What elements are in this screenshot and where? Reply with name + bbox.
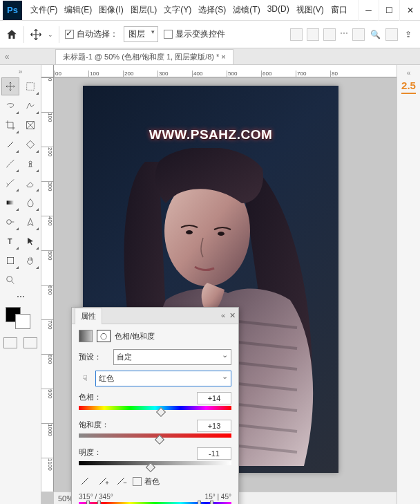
blur-tool[interactable] [21, 194, 39, 212]
workspace-icon[interactable] [385, 28, 398, 41]
svg-point-6 [7, 220, 12, 225]
minimize-button[interactable]: ─ [358, 0, 379, 21]
mask-thumb-icon: ◯ [97, 330, 111, 342]
panel-header[interactable]: 属性 « ✕ [72, 308, 238, 324]
lasso-tool[interactable] [1, 97, 19, 115]
brush-tool[interactable] [1, 155, 19, 173]
menu-view[interactable]: 视图(V) [294, 1, 327, 19]
menu-image[interactable]: 图像(I) [96, 1, 126, 19]
menu-window[interactable]: 窗口 [328, 1, 350, 19]
panel-collapse-icon[interactable]: « [221, 311, 225, 320]
align-3-icon[interactable] [323, 28, 336, 41]
right-value[interactable]: 2.5 [401, 80, 416, 94]
colorize-checkbox[interactable] [133, 477, 142, 486]
background-swatch[interactable] [15, 314, 30, 329]
3d-mode-icon[interactable] [352, 28, 365, 41]
eyedropper-add-icon[interactable] [97, 475, 109, 487]
titlebar: Ps 文件(F) 编辑(E) 图像(I) 图层(L) 文字(Y) 选择(S) 滤… [0, 0, 420, 21]
colorize-label: 着色 [144, 477, 160, 485]
show-transform-checkbox[interactable] [164, 30, 173, 39]
auto-select-label: 自动选择： [77, 29, 118, 39]
menu-filter[interactable]: 滤镜(T) [230, 1, 262, 19]
app-logo: Ps [3, 1, 22, 20]
maximize-button[interactable]: ☐ [379, 0, 399, 21]
toolbox: » T ⋯ [0, 65, 41, 504]
screenmode-icon[interactable] [23, 337, 37, 348]
home-icon[interactable] [6, 28, 18, 41]
move-tool[interactable] [1, 77, 19, 95]
channel-select[interactable]: 红色 [95, 371, 231, 386]
history-brush-tool[interactable] [1, 174, 19, 192]
search-icon[interactable]: 🔍 [369, 28, 381, 41]
crop-tool[interactable] [1, 116, 19, 134]
hue-value[interactable]: +14 [197, 392, 231, 404]
range-right: 15° | 45° [205, 493, 231, 501]
hue-label: 色相： [79, 392, 102, 404]
document-tab[interactable]: 未标题-1 @ 50% (色相/饱和度 1, 图层蒙版/8) * × [55, 49, 233, 64]
zoom-tool[interactable] [1, 271, 19, 289]
move-tool-icon[interactable] [30, 28, 42, 41]
window-controls: ─ ☐ ✕ [358, 0, 420, 21]
lightness-slider[interactable] [79, 461, 231, 468]
menu-select[interactable]: 选择(S) [195, 1, 229, 19]
path-select-tool[interactable] [21, 232, 39, 250]
edit-toolbar-icon[interactable]: ⋯ [1, 290, 39, 303]
menu-file[interactable]: 文件(F) [28, 1, 60, 19]
svg-rect-4 [26, 140, 34, 148]
stamp-tool[interactable] [21, 155, 39, 173]
eyedropper-set-icon[interactable] [79, 475, 91, 487]
lightness-label: 明度： [79, 447, 102, 460]
options-bar: ⌄ 自动选择： 图层 显示变换控件 ⋯ 🔍 ⇪ [0, 21, 420, 48]
adjustment-thumb-icon [79, 330, 93, 342]
ruler-corner [41, 65, 54, 77]
toolbox-chevron[interactable]: » [0, 68, 41, 76]
saturation-slider[interactable] [79, 433, 231, 440]
preset-select[interactable]: 自定 [113, 349, 231, 365]
auto-select-target[interactable]: 图层 [124, 26, 158, 42]
eyedropper-tool[interactable] [1, 136, 19, 153]
quickmask-icon[interactable] [3, 337, 17, 348]
align-icons: ⋯ 🔍 ⇪ [290, 28, 414, 41]
quick-select-tool[interactable] [21, 97, 39, 115]
gradient-tool[interactable] [1, 194, 19, 212]
shape-tool[interactable] [1, 252, 19, 270]
menu-3d[interactable]: 3D(D) [265, 1, 292, 19]
heal-tool[interactable] [21, 136, 39, 153]
auto-select-checkbox[interactable] [65, 30, 74, 39]
type-tool[interactable]: T [1, 232, 19, 250]
frame-tool[interactable] [21, 116, 39, 134]
watermark-text: WWW.PSAHZ.COM [149, 127, 273, 142]
color-swatches[interactable] [0, 304, 41, 335]
ruler-vertical[interactable]: 010020030040050060070080090010001100 [41, 77, 54, 492]
svg-point-14 [218, 232, 225, 236]
menu-layer[interactable]: 图层(L) [128, 1, 160, 19]
lightness-value[interactable]: -11 [197, 447, 231, 460]
dodge-tool[interactable] [1, 213, 19, 231]
align-1-icon[interactable] [290, 28, 303, 41]
properties-panel: 属性 « ✕ ◯ 色相/饱和度 预设： 自定 ☟ 红色 色相：+14 [71, 307, 239, 504]
document-tabbar: « 未标题-1 @ 50% (色相/饱和度 1, 图层蒙版/8) * × [0, 48, 420, 65]
pen-tool[interactable] [21, 213, 39, 231]
panel-tab[interactable]: 属性 [75, 308, 102, 324]
share-icon[interactable]: ⇪ [402, 28, 414, 41]
range-left: 315° / 345° [79, 493, 113, 501]
scrubby-hand-icon[interactable]: ☟ [79, 373, 91, 385]
svg-text:T: T [8, 237, 12, 245]
svg-point-13 [186, 230, 193, 234]
right-chevron-icon[interactable]: « [397, 69, 420, 77]
hue-slider[interactable] [79, 406, 231, 413]
menu-edit[interactable]: 编辑(E) [61, 1, 95, 19]
eyedropper-sub-icon[interactable] [115, 475, 127, 487]
marquee-tool[interactable] [21, 77, 39, 95]
svg-rect-5 [7, 200, 15, 204]
menu-type[interactable]: 文字(Y) [161, 1, 194, 19]
hand-tool[interactable] [21, 252, 39, 270]
saturation-value[interactable]: +13 [197, 420, 231, 432]
adjustment-name: 色相/饱和度 [115, 331, 155, 342]
close-button[interactable]: ✕ [399, 0, 420, 21]
align-2-icon[interactable] [307, 28, 319, 41]
eraser-tool[interactable] [21, 174, 39, 192]
panel-close-icon[interactable]: ✕ [229, 311, 236, 320]
tab-chevron-icon[interactable]: « [0, 52, 14, 62]
ruler-horizontal[interactable]: 0010020030040050060070080 [54, 65, 397, 77]
